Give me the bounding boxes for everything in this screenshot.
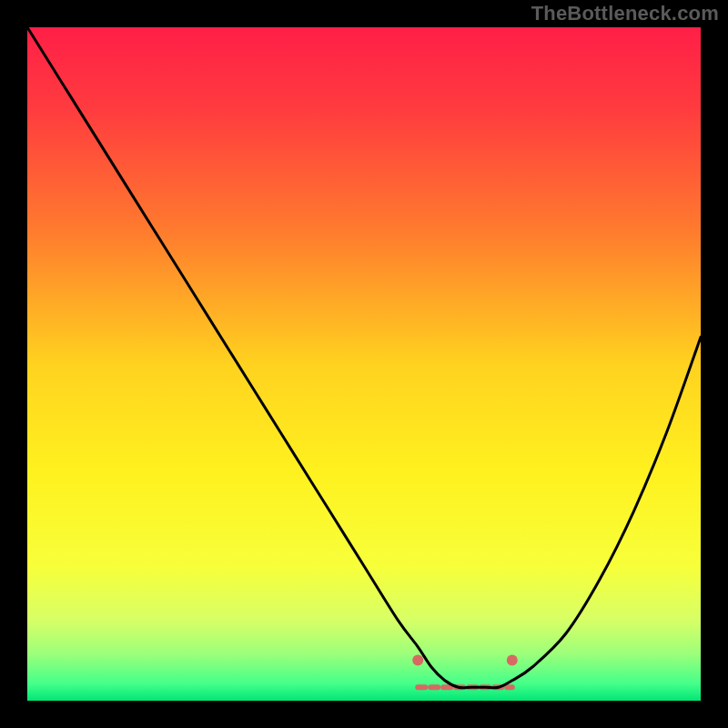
svg-point-2 xyxy=(507,655,518,666)
plot-area xyxy=(27,27,701,701)
gradient-background xyxy=(27,27,701,701)
watermark-text: TheBottleneck.com xyxy=(531,2,719,25)
chart-frame: TheBottleneck.com xyxy=(0,0,728,728)
svg-point-1 xyxy=(412,655,423,666)
bottleneck-chart xyxy=(27,27,701,701)
